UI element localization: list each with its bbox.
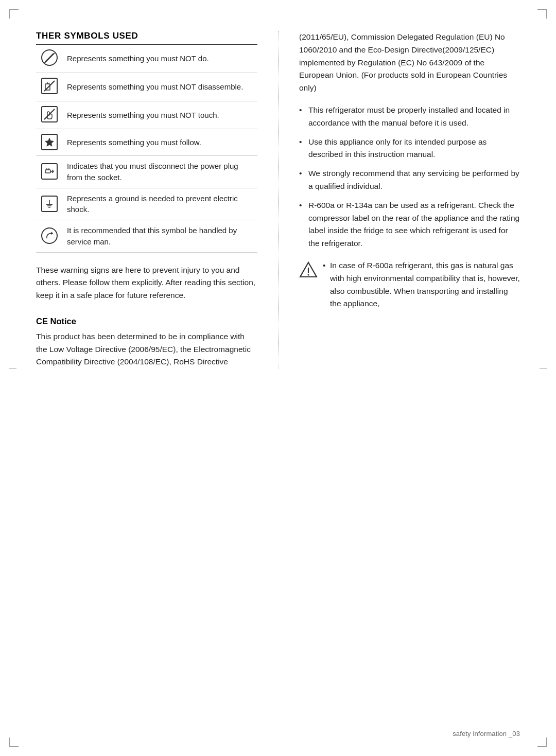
bullet-item-4: R-600a or R-134a can be used as a refrig… xyxy=(299,199,520,250)
symbol-text-3: Represents something you must NOT touch. xyxy=(63,101,257,129)
footer-text: safety information _03 xyxy=(453,730,520,737)
no-touch-icon xyxy=(41,106,58,122)
symbol-icon-cell-6 xyxy=(36,188,63,220)
warning-triangle-icon xyxy=(299,260,318,283)
side-mark-left xyxy=(9,368,16,369)
warning-block-text: In case of R-600a refrigerant, this gas … xyxy=(323,259,520,310)
symbol-row-4: Represents something you must follow. xyxy=(36,129,257,156)
bullet-item-1: This refrigerator must be properly insta… xyxy=(299,104,520,130)
symbol-row-3: Represents something you must NOT touch. xyxy=(36,101,257,129)
symbol-icon-cell-5 xyxy=(36,156,63,188)
corner-mark-tl xyxy=(9,9,19,19)
symbol-text-1: Represents something you must NOT do. xyxy=(63,45,257,73)
warning-bullet-item: In case of R-600a refrigerant, this gas … xyxy=(323,259,520,310)
corner-mark-br xyxy=(537,737,547,747)
warning-block: In case of R-600a refrigerant, this gas … xyxy=(299,259,520,310)
bullet-item-2: Use this appliance only for its intended… xyxy=(299,136,520,162)
ce-notice-text: This product has been determined to be i… xyxy=(36,330,257,368)
symbol-text-6: Represents a ground is needed to prevent… xyxy=(63,188,257,220)
bullet-item-3: We strongly recommend that any servicing… xyxy=(299,167,520,193)
symbol-row-7: It is recommended that this symbol be ha… xyxy=(36,220,257,253)
symbol-row-2: Represents something you must NOT disass… xyxy=(36,73,257,101)
symbol-icon-cell-2 xyxy=(36,73,63,101)
symbol-row-6: Represents a ground is needed to prevent… xyxy=(36,188,257,220)
intro-text: (2011/65/EU), Commission Delegated Regul… xyxy=(299,31,520,95)
warning-paragraph: These warning signs are here to prevent … xyxy=(36,264,257,302)
symbol-icon-cell-7 xyxy=(36,220,63,253)
service-icon xyxy=(41,227,58,244)
symbol-text-4: Represents something you must follow. xyxy=(63,129,257,156)
svg-rect-7 xyxy=(45,170,50,173)
svg-marker-6 xyxy=(45,138,54,146)
symbol-text-2: Represents something you must NOT disass… xyxy=(63,73,257,101)
bullet-list: This refrigerator must be properly insta… xyxy=(299,104,520,250)
svg-point-17 xyxy=(308,274,309,275)
corner-mark-tr xyxy=(537,9,547,19)
main-content: THER SYMBOLS USED Represents something y xyxy=(36,31,520,368)
left-column: THER SYMBOLS USED Represents something y xyxy=(36,31,257,368)
ce-notice-title: CE Notice xyxy=(36,317,257,326)
symbol-icon-cell-4 xyxy=(36,129,63,156)
symbols-table: Represents something you must NOT do. xyxy=(36,44,257,253)
ground-icon xyxy=(41,196,58,212)
side-mark-right xyxy=(540,368,547,369)
no-disassemble-icon xyxy=(41,78,58,94)
column-divider xyxy=(278,31,279,368)
page: THER SYMBOLS USED Represents something y xyxy=(0,0,556,756)
no-do-icon xyxy=(41,49,58,66)
follow-icon xyxy=(41,134,58,150)
symbol-row-1: Represents something you must NOT do. xyxy=(36,45,257,73)
svg-line-1 xyxy=(44,81,55,91)
disconnect-icon xyxy=(41,163,58,180)
svg-line-0 xyxy=(45,54,54,62)
right-column: (2011/65/EU), Commission Delegated Regul… xyxy=(299,31,520,368)
symbol-icon-cell-3 xyxy=(36,101,63,129)
section-title: THER SYMBOLS USED xyxy=(36,31,257,41)
symbol-icon-cell-1 xyxy=(36,45,63,73)
symbol-row-5: Indicates that you must disconnect the p… xyxy=(36,156,257,188)
corner-mark-bl xyxy=(9,737,19,747)
symbol-text-7: It is recommended that this symbol be ha… xyxy=(63,220,257,253)
symbol-text-5: Indicates that you must disconnect the p… xyxy=(63,156,257,188)
